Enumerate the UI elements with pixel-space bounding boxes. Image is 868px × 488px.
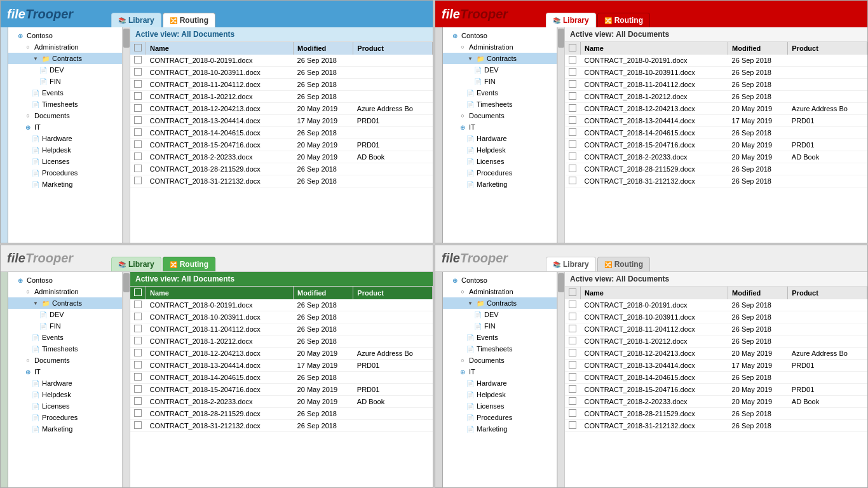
name-header[interactable]: Name — [146, 42, 294, 55]
sidebar-right-scroll-br[interactable] — [557, 272, 565, 487]
row-checkbox[interactable] — [565, 115, 581, 127]
doc-table-top-left[interactable]: Name Modified Product CONTRACT_2018-0-20… — [130, 42, 433, 243]
select-all-checkbox-tr[interactable] — [569, 44, 576, 51]
doc-table-bottom-left[interactable]: Name Modified Product CONTRACT_2018-0-20… — [130, 287, 433, 487]
row-checkbox[interactable] — [565, 103, 581, 115]
sidebar-item-helpdesk-br[interactable]: 📄 Helpdesk — [443, 389, 557, 400]
table-row[interactable]: CONTRACT_2018-28-211529.docx 26 Sep 2018 — [130, 163, 433, 175]
table-row[interactable]: CONTRACT_2018-1-20212.docx 26 Sep 2018 — [130, 91, 433, 103]
select-all-checkbox[interactable] — [134, 44, 142, 51]
row-checkbox[interactable] — [565, 79, 581, 91]
row-checkbox[interactable] — [130, 175, 146, 187]
table-row[interactable]: CONTRACT_2018-28-211529.docx 26 Sep 2018 — [565, 408, 867, 420]
modified-header-bl[interactable]: Modified — [294, 287, 353, 299]
scroll-thumb-br[interactable] — [558, 273, 564, 292]
row-checkbox[interactable] — [130, 115, 146, 127]
tab-library-top-left[interactable]: 📚 Library — [111, 13, 161, 27]
row-checkbox[interactable] — [130, 127, 146, 139]
product-header-tr[interactable]: Product — [788, 42, 867, 55]
row-checkbox[interactable] — [130, 55, 146, 67]
select-all-checkbox-bl[interactable] — [134, 288, 142, 296]
sidebar-item-helpdesk-bl[interactable]: 📄 Helpdesk — [8, 389, 122, 400]
tab-library-top-right[interactable]: 📚 Library — [546, 13, 596, 27]
sidebar-item-events[interactable]: 📄 Events — [8, 87, 122, 98]
row-checkbox[interactable] — [565, 139, 581, 151]
table-row[interactable]: CONTRACT_2018-10-203911.docx 26 Sep 2018 — [130, 311, 433, 323]
sidebar-item-documents-bl[interactable]: ○ Documents — [8, 355, 122, 366]
table-row[interactable]: CONTRACT_2018-2-20233.docx 20 May 2019 A… — [565, 151, 867, 163]
table-row[interactable]: CONTRACT_2018-11-204112.docx 26 Sep 2018 — [130, 79, 433, 91]
row-checkbox[interactable] — [130, 408, 146, 420]
sidebar-item-procedures-br[interactable]: 📄 Procedures — [443, 412, 557, 423]
sidebar-right-scroll[interactable] — [123, 27, 130, 243]
table-row[interactable]: CONTRACT_2018-15-204716.docx 20 May 2019… — [130, 139, 433, 151]
table-row[interactable]: CONTRACT_2018-14-204615.docx 26 Sep 2018 — [130, 372, 433, 384]
sidebar-item-documents-tr[interactable]: ○ Documents — [443, 110, 557, 121]
table-row[interactable]: CONTRACT_2018-1-20212.docx 26 Sep 2018 — [565, 336, 867, 348]
sidebar-item-it[interactable]: ⊕ IT — [8, 121, 122, 133]
table-row[interactable]: CONTRACT_2018-12-204213.docx 20 May 2019… — [565, 348, 867, 360]
row-checkbox[interactable] — [130, 151, 146, 163]
sidebar-item-dev[interactable]: 📄 DEV — [8, 64, 122, 76]
row-checkbox[interactable] — [565, 299, 581, 311]
sidebar-item-administration-bl[interactable]: ○ Administration — [8, 286, 122, 297]
row-checkbox[interactable] — [565, 67, 581, 79]
modified-header-br[interactable]: Modified — [728, 287, 788, 299]
sidebar-item-events-br[interactable]: 📄 Events — [443, 332, 557, 343]
sidebar-item-timesheets[interactable]: 📄 Timesheets — [8, 98, 122, 110]
sidebar-item-administration[interactable]: ○ Administration — [8, 41, 122, 53]
table-row[interactable]: CONTRACT_2018-2-20233.docx 20 May 2019 A… — [130, 396, 433, 408]
sidebar-item-fin-tr[interactable]: 📄 FIN — [443, 76, 557, 87]
sidebar-item-hardware-bl[interactable]: 📄 Hardware — [8, 377, 122, 389]
check-header[interactable] — [130, 42, 146, 55]
table-row[interactable]: CONTRACT_2018-13-204414.docx 17 May 2019… — [130, 115, 433, 127]
sidebar-item-contoso[interactable]: ⊕ Contoso — [8, 30, 122, 41]
row-checkbox[interactable] — [565, 348, 581, 360]
sidebar-item-documents[interactable]: ○ Documents — [8, 110, 122, 121]
sidebar-item-hardware[interactable]: 📄 Hardware — [8, 133, 122, 144]
row-checkbox[interactable] — [565, 163, 581, 175]
table-row[interactable]: CONTRACT_2018-2-20233.docx 20 May 2019 A… — [130, 151, 433, 163]
row-checkbox[interactable] — [130, 163, 146, 175]
sidebar-item-it-br[interactable]: ⊕ IT — [443, 366, 557, 377]
table-row[interactable]: CONTRACT_2018-11-204112.docx 26 Sep 2018 — [565, 79, 867, 91]
row-checkbox[interactable] — [565, 360, 581, 372]
table-row[interactable]: CONTRACT_2018-13-204414.docx 17 May 2019… — [565, 115, 867, 127]
row-checkbox[interactable] — [130, 299, 146, 311]
product-header-br[interactable]: Product — [788, 287, 867, 299]
left-sidebar-scroll[interactable] — [1, 27, 8, 243]
product-header-bl[interactable]: Product — [353, 287, 433, 299]
table-row[interactable]: CONTRACT_2018-10-203911.docx 26 Sep 2018 — [130, 67, 433, 79]
sidebar-item-hardware-br[interactable]: 📄 Hardware — [443, 377, 557, 389]
scroll-thumb[interactable] — [123, 29, 130, 48]
table-row[interactable]: CONTRACT_2018-1-20212.docx 26 Sep 2018 — [130, 336, 433, 348]
left-sidebar-scroll-tr[interactable] — [435, 27, 443, 243]
table-row[interactable]: CONTRACT_2018-15-204716.docx 20 May 2019… — [565, 139, 867, 151]
row-checkbox[interactable] — [130, 103, 146, 115]
modified-header[interactable]: Modified — [294, 42, 353, 55]
table-row[interactable]: CONTRACT_2018-13-204414.docx 17 May 2019… — [130, 360, 433, 372]
row-checkbox[interactable] — [130, 139, 146, 151]
table-row[interactable]: CONTRACT_2018-13-204414.docx 17 May 2019… — [565, 360, 867, 372]
scroll-thumb-bl[interactable] — [123, 273, 130, 292]
sidebar-item-dev-bl[interactable]: 📄 DEV — [8, 309, 122, 320]
row-checkbox[interactable] — [565, 420, 581, 432]
table-row[interactable]: CONTRACT_2018-0-20191.docx 26 Sep 2018 — [130, 299, 433, 311]
sidebar-item-fin-br[interactable]: 📄 FIN — [443, 320, 557, 332]
row-checkbox[interactable] — [565, 336, 581, 348]
sidebar-item-marketing-bl[interactable]: 📄 Marketing — [8, 423, 122, 435]
sidebar-item-fin-bl[interactable]: 📄 FIN — [8, 320, 122, 332]
sidebar-item-administration-br[interactable]: ○ Administration — [443, 286, 557, 297]
tab-library-bottom-right[interactable]: 📚 Library — [546, 257, 596, 271]
row-checkbox[interactable] — [130, 420, 146, 432]
sidebar-item-contracts[interactable]: ▼ 📁 Contracts — [8, 53, 122, 64]
sidebar-item-contracts-tr[interactable]: ▼ 📁 Contracts — [443, 53, 557, 64]
sidebar-item-licenses-tr[interactable]: 📄 Licenses — [443, 156, 557, 167]
sidebar-item-procedures-bl[interactable]: 📄 Procedures — [8, 412, 122, 423]
table-row[interactable]: CONTRACT_2018-31-212132.docx 26 Sep 2018 — [565, 420, 867, 432]
sidebar-item-dev-tr[interactable]: 📄 DEV — [443, 64, 557, 76]
sidebar-item-contoso-br[interactable]: ⊕ Contoso — [443, 274, 557, 286]
table-row[interactable]: CONTRACT_2018-31-212132.docx 26 Sep 2018 — [565, 175, 867, 187]
row-checkbox[interactable] — [565, 151, 581, 163]
table-row[interactable]: CONTRACT_2018-11-204112.docx 26 Sep 2018 — [130, 323, 433, 336]
